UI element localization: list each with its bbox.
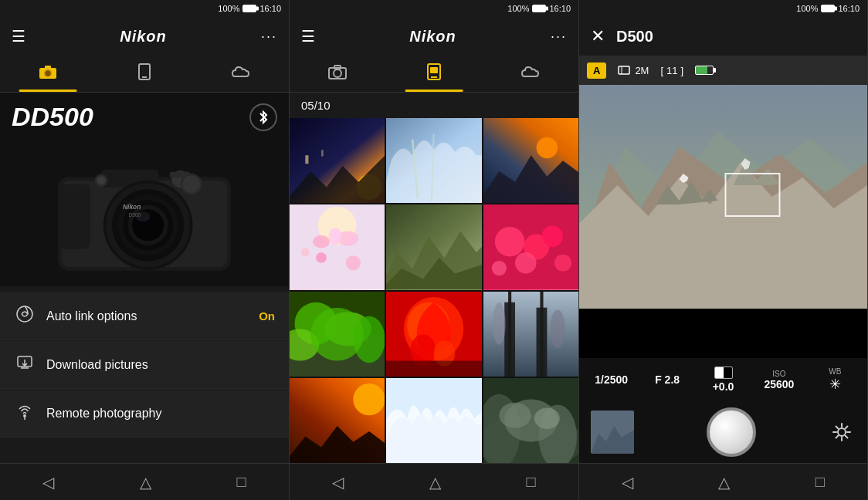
- camera-tab-icon-1: [39, 64, 57, 84]
- iso-ctrl[interactable]: ISO 25600: [753, 370, 805, 390]
- home-nav-1[interactable]: △: [140, 473, 151, 492]
- photo-grid: [290, 118, 578, 463]
- aperture-value: F 2.8: [655, 373, 680, 386]
- back-nav-1[interactable]: ◁: [42, 473, 54, 492]
- wb-ctrl[interactable]: WB ✳: [809, 367, 861, 393]
- svg-text:D500: D500: [128, 212, 141, 218]
- wb-icon: ✳: [829, 376, 841, 393]
- tab-cloud-1[interactable]: [192, 56, 289, 92]
- svg-rect-8: [58, 184, 90, 249]
- cloud-tab-icon-1: [231, 64, 251, 84]
- svg-rect-3: [45, 66, 51, 69]
- viewfinder: [579, 85, 867, 309]
- camera-info-bar: A 2M [ 11 ]: [579, 56, 867, 85]
- tab-camera-1[interactable]: [0, 56, 97, 92]
- tab-bar-2: [290, 56, 578, 93]
- back-nav-2[interactable]: ◁: [332, 473, 344, 492]
- app-title-2: Nikon: [409, 28, 456, 46]
- panel-2: 100% 16:10 ☰ Nikon ···: [290, 0, 579, 500]
- battery-bar-icon: [695, 66, 714, 75]
- bluetooth-button[interactable]: [249, 103, 277, 131]
- thumbnail-image: [591, 410, 634, 454]
- tab-camera-2[interactable]: [290, 56, 386, 92]
- recent-nav-2[interactable]: □: [527, 473, 536, 491]
- settings-button[interactable]: [828, 418, 856, 446]
- tab-cloud-2[interactable]: [482, 56, 578, 92]
- photo-cell-7[interactable]: [290, 292, 385, 377]
- photo-cell-2[interactable]: [386, 118, 481, 203]
- camera-title: D500: [616, 28, 653, 46]
- photo-cell-11[interactable]: [386, 378, 481, 463]
- photo-cell-3[interactable]: [483, 118, 578, 203]
- home-nav-2[interactable]: △: [429, 473, 441, 492]
- svg-rect-83: [536, 307, 547, 377]
- photo-cell-9[interactable]: [483, 292, 578, 377]
- nav-bar-3: ◁ △ □: [579, 463, 867, 500]
- menu-item-remote[interactable]: Remote photography: [0, 390, 289, 438]
- svg-point-28: [23, 414, 26, 417]
- hamburger-icon-2[interactable]: ☰: [301, 27, 315, 46]
- photo-cell-1[interactable]: [290, 118, 385, 203]
- camera-controls: 1/2500 F 2.8 +0.0 ISO 25600 WB ✳: [579, 358, 867, 401]
- download-icon: [14, 353, 36, 376]
- photo-cell-5[interactable]: [386, 204, 481, 289]
- shutter-button[interactable]: [707, 407, 756, 457]
- svg-point-2: [46, 70, 51, 76]
- mode-badge[interactable]: A: [587, 62, 606, 79]
- app-header-1: ☰ Nikon ···: [0, 17, 289, 56]
- svg-point-49: [313, 235, 330, 248]
- svg-point-26: [17, 306, 32, 322]
- last-photo-thumbnail[interactable]: [591, 410, 634, 454]
- menu-item-download[interactable]: Download pictures: [0, 341, 289, 389]
- ev-icon: [714, 367, 733, 379]
- more-options-icon-1[interactable]: ···: [261, 29, 277, 45]
- black-section: [579, 309, 867, 358]
- status-bar-1: 100% 16:10: [0, 0, 289, 17]
- recent-nav-1[interactable]: □: [237, 473, 246, 491]
- hamburger-icon-1[interactable]: ☰: [12, 27, 25, 46]
- ev-ctrl[interactable]: +0.0: [697, 367, 749, 393]
- battery-percent-3: 100%: [796, 4, 818, 13]
- remote-icon: [14, 402, 36, 424]
- camera-model-text: DD500: [12, 102, 93, 132]
- photo-cell-8[interactable]: [386, 292, 481, 377]
- home-nav-3[interactable]: △: [718, 473, 730, 492]
- photo-cell-4[interactable]: [290, 204, 385, 289]
- photo-cell-6[interactable]: [483, 204, 578, 289]
- tab-device-1[interactable]: [97, 56, 193, 92]
- close-button[interactable]: ✕: [591, 26, 605, 46]
- viewfinder-image: [579, 85, 867, 309]
- app-header-2: ☰ Nikon ···: [290, 17, 578, 56]
- auto-link-badge: On: [259, 309, 275, 323]
- svg-point-25: [97, 176, 105, 184]
- photo-cell-10[interactable]: [290, 378, 385, 463]
- status-bar-3: 100% 16:10: [579, 0, 867, 17]
- download-label: Download pictures: [46, 358, 148, 372]
- iso-value: 25600: [764, 378, 794, 390]
- panel-3: 100% 16:10 ✕ D500 A 2M [ 11 ]: [579, 0, 868, 500]
- shots-remaining-info: [ 11 ]: [660, 65, 683, 76]
- shutter-speed-ctrl: 1/2500: [585, 373, 637, 386]
- battery-percent-2: 100%: [507, 4, 529, 13]
- more-options-icon-2[interactable]: ···: [551, 29, 567, 45]
- svg-point-31: [334, 69, 341, 77]
- recent-nav-3[interactable]: □: [815, 473, 825, 491]
- svg-rect-40: [321, 150, 324, 156]
- svg-rect-39: [305, 155, 308, 164]
- back-nav-3[interactable]: ◁: [622, 473, 633, 492]
- battery-percent-1: 100%: [218, 4, 239, 13]
- device-tab-icon-1: [138, 63, 151, 85]
- tab-device-2[interactable]: [386, 56, 483, 92]
- nav-bar-1: ◁ △ □: [0, 463, 289, 500]
- wb-label: WB: [829, 367, 841, 376]
- svg-rect-65: [483, 204, 578, 289]
- photo-cell-12[interactable]: [483, 378, 578, 463]
- time-2: 16:10: [549, 4, 571, 13]
- cloud-tab-icon-2: [520, 64, 541, 84]
- status-bar-2: 100% 16:10: [290, 0, 578, 17]
- camera-tab-icon-2: [328, 64, 347, 84]
- shutter-speed-value: 1/2500: [595, 373, 628, 386]
- auto-link-label: Auto link options: [46, 309, 137, 323]
- svg-point-87: [353, 383, 385, 415]
- menu-item-auto-link[interactable]: Auto link options On: [0, 292, 289, 340]
